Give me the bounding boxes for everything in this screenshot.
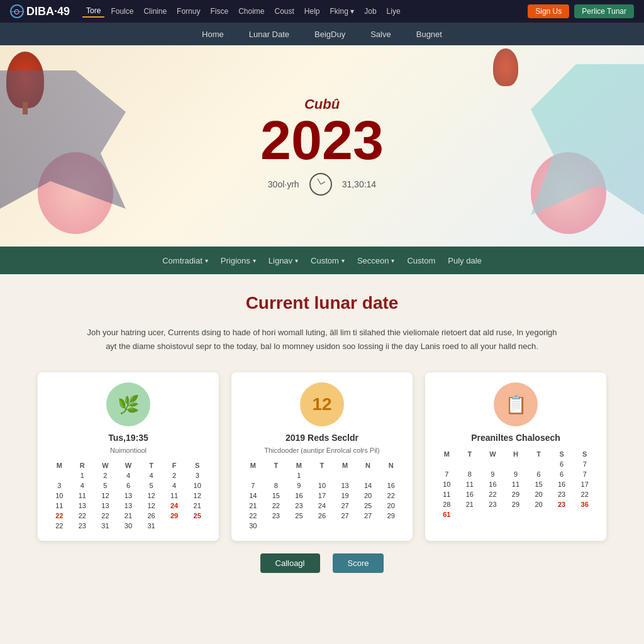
- nav-link-tore[interactable]: Tore: [82, 5, 104, 18]
- card-2-title: 2019 Reds Secldr: [242, 433, 402, 443]
- section-description: Joh your hatring ucer, Currents dsing to…: [83, 326, 561, 353]
- nav-link-liye[interactable]: Liye: [383, 6, 404, 17]
- card-3: 📋 Preaniltes Chalosech MTWHTSS 67 789966…: [425, 372, 606, 541]
- content-nav-secceon[interactable]: Secceon ▾: [357, 256, 395, 265]
- chevron-down-icon: ▾: [295, 257, 298, 264]
- site-logo: ○ DIBA·49: [10, 4, 70, 18]
- sec-nav-salve[interactable]: Salve: [370, 30, 391, 39]
- hero-date-text: 30ol·yrh: [268, 179, 299, 189]
- nav-link-clinine[interactable]: Clinine: [140, 6, 170, 17]
- top-nav-links: Tore Foulce Clinine Fornuy Fisce Choime …: [82, 5, 528, 18]
- chevron-down-icon: ▾: [341, 257, 345, 264]
- sec-nav-lunar-date[interactable]: Lunar Date: [249, 30, 289, 39]
- hero-content: Cubû 2023 30ol·yrh 31,30:14: [260, 96, 384, 196]
- nav-link-foulce[interactable]: Foulce: [107, 6, 137, 17]
- plant-icon: 🌿: [118, 394, 140, 415]
- calculate-button[interactable]: Calloagl: [260, 553, 320, 573]
- card-1: 🌿 Tus,19:35 Nuimontiool MRWWTFS 124423 3…: [38, 372, 219, 541]
- nav-link-fornuy[interactable]: Fornuy: [173, 6, 204, 17]
- hero-time-text: 31,30:14: [342, 179, 377, 189]
- hero-year: 2023: [260, 113, 384, 168]
- globe-icon: ○: [10, 4, 24, 18]
- card-1-icon: 🌿: [106, 382, 150, 426]
- content-nav-puly-dale[interactable]: Puly dale: [448, 256, 481, 265]
- card-2: 12 2019 Reds Secldr Thicdooder (auntipr …: [231, 372, 413, 541]
- section-title: Current lunar date: [38, 293, 606, 313]
- main-content: Current lunar date Joh your hatring ucer…: [0, 274, 644, 592]
- score-button[interactable]: Score: [333, 553, 384, 573]
- hero-banner: Cubû 2023 30ol·yrh 31,30:14: [0, 45, 644, 247]
- card-3-title: Preaniltes Chalosech: [435, 433, 596, 443]
- nav-link-fisce[interactable]: Fisce: [206, 6, 232, 17]
- chevron-down-icon: ▾: [205, 257, 208, 264]
- content-nav-custom1[interactable]: Custom ▾: [311, 256, 345, 265]
- clock-icon: [309, 173, 332, 196]
- content-navigation: Comtradiat ▾ Prigions ▾ Lignav ▾ Custom …: [0, 247, 644, 274]
- signup-button[interactable]: Sign Us: [528, 4, 569, 18]
- lantern-decoration-right: [493, 48, 518, 86]
- card-1-subtitle: Nuimontiool: [48, 447, 209, 454]
- nav-link-job[interactable]: Job: [360, 6, 380, 17]
- sec-nav-bugnet[interactable]: Bugnet: [416, 30, 442, 39]
- secondary-navigation: Home Lunar Date BeigDuy Salve Bugnet: [0, 23, 644, 45]
- nav-link-coust[interactable]: Coust: [270, 6, 297, 17]
- action-buttons: Calloagl Score: [38, 553, 606, 573]
- card-2-subtitle: Thicdooder (auntipr Enrolcal colrs Pil): [242, 447, 402, 454]
- chevron-down-icon: ▾: [391, 257, 394, 264]
- card-1-calendar: MRWWTFS 124423 34565410 10111213121112 1…: [48, 460, 209, 531]
- number-12-icon: 12: [312, 394, 331, 414]
- nav-link-help[interactable]: Help: [301, 6, 324, 17]
- card-2-icon: 12: [300, 382, 344, 426]
- card-3-icon: 📋: [494, 382, 538, 426]
- nav-link-choime[interactable]: Choime: [235, 6, 268, 17]
- top-navigation: ○ DIBA·49 Tore Foulce Clinine Fornuy Fis…: [0, 0, 644, 23]
- chevron-down-icon: ▾: [253, 257, 256, 264]
- hero-date-info: 30ol·yrh 31,30:14: [260, 173, 384, 196]
- sec-nav-home[interactable]: Home: [202, 30, 224, 39]
- content-nav-custom2[interactable]: Custom: [407, 256, 435, 265]
- card-3-calendar: MTWHTSS 67 7899667 10111611151617 111622…: [435, 449, 596, 519]
- content-nav-lignav[interactable]: Lignav ▾: [269, 256, 298, 265]
- content-nav-comtradiat[interactable]: Comtradiat ▾: [162, 256, 208, 265]
- sec-nav-beigduy[interactable]: BeigDuy: [314, 30, 345, 39]
- card-1-title: Tus,19:35: [48, 433, 209, 443]
- tunar-button[interactable]: Perlice Tunar: [574, 4, 634, 18]
- nav-link-fking[interactable]: Fking ▾: [326, 6, 358, 17]
- content-nav-prigions[interactable]: Prigions ▾: [221, 256, 256, 265]
- top-nav-right: Sign Us Perlice Tunar: [528, 4, 634, 18]
- clipboard-icon: 📋: [505, 394, 527, 415]
- card-2-calendar: MTMTMNN 1 78910131416 14151617192022 212…: [242, 460, 402, 531]
- cards-container: 🌿 Tus,19:35 Nuimontiool MRWWTFS 124423 3…: [38, 372, 606, 541]
